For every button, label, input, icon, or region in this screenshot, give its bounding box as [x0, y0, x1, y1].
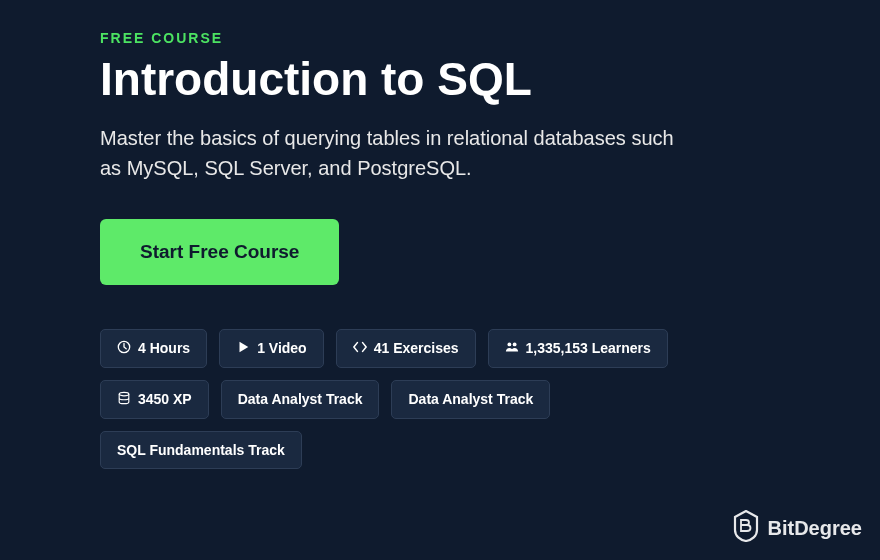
clock-icon — [117, 340, 131, 357]
course-hero: FREE COURSE Introduction to SQL Master t… — [0, 0, 880, 499]
hours-chip[interactable]: 4 Hours — [100, 329, 207, 368]
course-description: Master the basics of querying tables in … — [100, 123, 700, 183]
xp-chip[interactable]: 3450 XP — [100, 380, 209, 419]
svg-point-2 — [512, 342, 516, 346]
watermark: BitDegree — [732, 510, 862, 546]
video-chip[interactable]: 1 Video — [219, 329, 324, 368]
course-metadata-chips: 4 Hours 1 Video 41 Exercises 1,335,153 L… — [100, 329, 740, 469]
track3-label: SQL Fundamentals Track — [117, 442, 285, 458]
track2-chip[interactable]: Data Analyst Track — [391, 380, 550, 419]
hours-label: 4 Hours — [138, 340, 190, 356]
database-icon — [117, 391, 131, 408]
learners-label: 1,335,153 Learners — [526, 340, 651, 356]
track3-chip[interactable]: SQL Fundamentals Track — [100, 431, 302, 469]
start-course-button[interactable]: Start Free Course — [100, 219, 339, 285]
track2-label: Data Analyst Track — [408, 391, 533, 407]
watermark-label: BitDegree — [768, 517, 862, 540]
svg-point-3 — [119, 392, 129, 396]
xp-label: 3450 XP — [138, 391, 192, 407]
bitdegree-logo-icon — [732, 510, 760, 546]
track1-label: Data Analyst Track — [238, 391, 363, 407]
code-icon — [353, 340, 367, 357]
play-icon — [236, 340, 250, 357]
people-icon — [505, 340, 519, 357]
exercises-label: 41 Exercises — [374, 340, 459, 356]
exercises-chip[interactable]: 41 Exercises — [336, 329, 476, 368]
course-label: FREE COURSE — [100, 30, 780, 46]
track1-chip[interactable]: Data Analyst Track — [221, 380, 380, 419]
learners-chip[interactable]: 1,335,153 Learners — [488, 329, 668, 368]
video-label: 1 Video — [257, 340, 307, 356]
svg-point-1 — [507, 342, 511, 346]
course-title: Introduction to SQL — [100, 54, 780, 105]
